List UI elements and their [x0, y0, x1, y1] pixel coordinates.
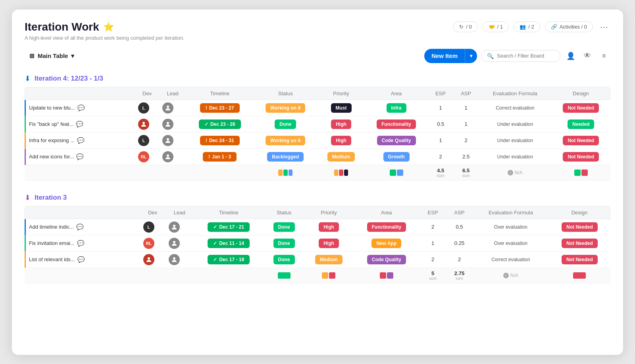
- status-badge[interactable]: Done: [273, 239, 295, 248]
- area-badge[interactable]: New App: [371, 239, 401, 248]
- priority-badge[interactable]: Medium: [327, 152, 355, 162]
- filter-icon-button[interactable]: ≡: [598, 50, 610, 62]
- col-lead: Lead: [159, 87, 186, 100]
- area-badge[interactable]: Growth: [383, 152, 410, 162]
- search-input[interactable]: [497, 53, 554, 59]
- area-badge[interactable]: Functionality: [377, 119, 416, 129]
- timeline-badge[interactable]: ! Jan 1 - 3: [203, 152, 237, 162]
- new-item-button[interactable]: New Item ▾: [424, 49, 477, 63]
- timeline-badge[interactable]: ✓ Dec 23 - 26: [199, 119, 241, 129]
- info-icon: i: [508, 170, 513, 175]
- table-row: Infra for exposing ... 💬 L ! Dec 24 - 31…: [25, 133, 610, 149]
- dev-avatar: [138, 119, 149, 130]
- comment-icon[interactable]: 💬: [77, 137, 85, 144]
- design-badge[interactable]: Not Needed: [562, 255, 598, 264]
- status-badge[interactable]: Done: [275, 119, 296, 129]
- item-name[interactable]: Add new icons for...: [29, 154, 74, 160]
- activities-icon: 🔗: [551, 24, 557, 30]
- users-action[interactable]: 👥 / 2: [514, 21, 540, 32]
- area-badge[interactable]: Code Quality: [367, 255, 406, 264]
- na-label: N/A: [515, 170, 523, 175]
- area-cell: Growth: [365, 149, 428, 165]
- activities-action[interactable]: 🔗 Activities / 0: [545, 21, 593, 32]
- item-name[interactable]: Fix "back up" feat...: [29, 121, 73, 127]
- priority-badge[interactable]: Must: [331, 103, 352, 113]
- sync-icon: ↻: [459, 24, 464, 30]
- status-cell: Done: [264, 219, 304, 235]
- user-icon-button[interactable]: 👤: [564, 50, 577, 62]
- svg-point-1: [142, 122, 145, 124]
- item-name[interactable]: List of relevant ids...: [29, 256, 75, 262]
- design-badge[interactable]: Not Needed: [563, 136, 599, 145]
- priority-badge[interactable]: High: [331, 119, 351, 129]
- design-badge[interactable]: Needed: [568, 119, 594, 129]
- summary-evaluation: i N/A: [479, 165, 551, 181]
- dev-cell: RL: [140, 235, 165, 252]
- iteration4-title[interactable]: Iteration 4: 12/23 - 1/3: [35, 75, 103, 83]
- evaluation-cell: Under evaluation: [479, 149, 551, 165]
- timeline-cell: ! Dec 23 - 27: [186, 100, 253, 116]
- table-row: List of relevant ids... 💬 ✓ Dec 17 - 19 …: [25, 252, 610, 268]
- iteration4-collapse-icon[interactable]: ⬇: [25, 74, 31, 83]
- area-badge[interactable]: Code Quality: [377, 136, 416, 145]
- timeline-badge[interactable]: ✓ Dec 17 - 21: [208, 222, 250, 232]
- design-badge[interactable]: Not Needed: [563, 152, 599, 162]
- item-name[interactable]: Infra for exposing ...: [29, 137, 75, 143]
- area-badge[interactable]: Functionality: [367, 222, 406, 232]
- summary-dev: [140, 268, 165, 283]
- priority-badge[interactable]: High: [331, 136, 351, 145]
- comment-icon[interactable]: 💬: [76, 223, 84, 231]
- design-badge[interactable]: Not Needed: [563, 103, 599, 113]
- status-badge[interactable]: Done: [273, 222, 295, 232]
- iteration4-header-row: Dev Lead Timeline Status Priority Area E…: [25, 87, 610, 100]
- timeline-badge[interactable]: ✓ Dec 11 - 14: [208, 239, 250, 248]
- priority-badge[interactable]: High: [319, 222, 339, 232]
- table-selector[interactable]: ⊞ Main Table ▾: [25, 50, 79, 62]
- design-badge[interactable]: Not Needed: [562, 239, 598, 248]
- svg-point-0: [167, 106, 169, 108]
- timeline-icon: !: [206, 105, 207, 111]
- dev-cell: RL: [135, 149, 159, 165]
- timeline-badge[interactable]: ✓ Dec 17 - 19: [208, 255, 250, 264]
- comment-icon[interactable]: 💬: [76, 121, 83, 128]
- item-name[interactable]: Update to new blu...: [29, 105, 75, 111]
- item-name[interactable]: Add timeline indic...: [29, 224, 74, 230]
- col-esp: ESP: [419, 206, 446, 219]
- summary-status: [264, 268, 304, 283]
- status-badge[interactable]: Working on it: [266, 103, 305, 113]
- priority-badge[interactable]: Medium: [315, 255, 343, 264]
- area-cell: Functionality: [354, 219, 420, 235]
- search-box[interactable]: 🔍: [481, 50, 560, 62]
- col-priority: Priority: [304, 206, 353, 219]
- summary-asp: 6.5sum: [453, 165, 479, 181]
- status-badge[interactable]: Done: [273, 255, 295, 264]
- area-badge[interactable]: Infra: [387, 103, 406, 113]
- lead-avatar: [162, 151, 173, 162]
- iteration3-collapse-icon[interactable]: ⬇: [25, 193, 31, 202]
- esp-cell: 0.5: [428, 116, 453, 133]
- iteration3-title[interactable]: Iteration 3: [35, 194, 67, 202]
- status-badge[interactable]: Working on it: [266, 136, 305, 145]
- status-badge[interactable]: Backlogged: [267, 152, 304, 162]
- timeline-badge[interactable]: ! Dec 23 - 27: [200, 103, 240, 113]
- design-badge[interactable]: Not Needed: [562, 222, 598, 232]
- eye-icon-button[interactable]: 👁: [581, 50, 594, 62]
- comment-icon[interactable]: 💬: [77, 104, 85, 112]
- more-options-button[interactable]: ⋯: [598, 21, 610, 33]
- comment-icon[interactable]: 💬: [77, 240, 85, 247]
- comment-icon[interactable]: 💬: [76, 153, 84, 160]
- collab-action[interactable]: 🤝 / 1: [483, 21, 509, 32]
- status-cell: Working on it: [253, 133, 318, 149]
- status-cell: Done: [264, 252, 304, 268]
- sync-action[interactable]: ↻ / 0: [453, 21, 477, 32]
- asp-cell: 0.5: [446, 219, 473, 235]
- timeline-icon: !: [208, 154, 210, 160]
- priority-badge[interactable]: High: [319, 239, 339, 248]
- col-evaluation: Evaluation Formula: [473, 206, 549, 219]
- dev-avatar: L: [143, 221, 154, 233]
- status-cell: Done: [264, 235, 304, 252]
- timeline-badge[interactable]: ! Dec 24 - 31: [200, 136, 240, 145]
- comment-icon[interactable]: 💬: [77, 256, 85, 263]
- item-name[interactable]: Fix invitation emai...: [29, 240, 75, 246]
- table-row: Fix invitation emai... 💬 RL ✓ Dec 11 - 1…: [25, 235, 610, 252]
